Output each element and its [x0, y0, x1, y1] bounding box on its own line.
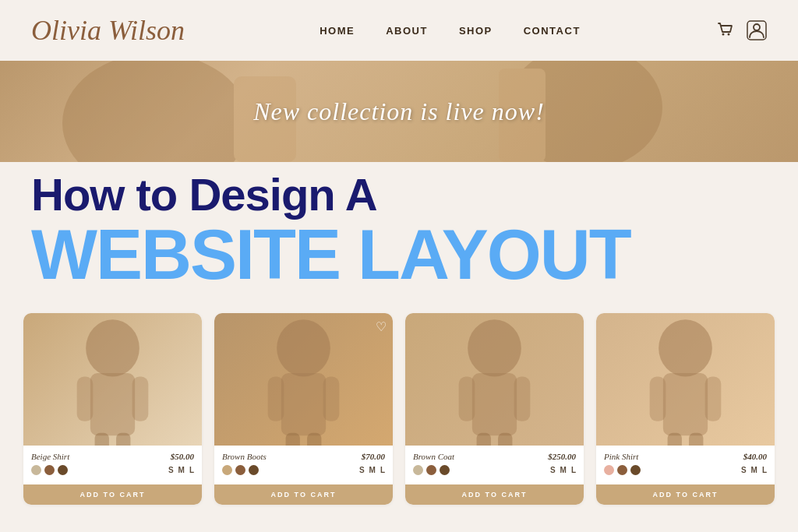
color-dot-2[interactable] [249, 465, 259, 475]
color-dot-1[interactable] [235, 465, 245, 475]
nav-home[interactable]: HOME [320, 25, 355, 37]
product-card: Brown Coat$250.00SMLADD TO CART [405, 313, 584, 505]
svg-rect-23 [514, 376, 531, 421]
product-image [23, 313, 202, 446]
color-dot-1[interactable] [426, 465, 436, 475]
product-name-price-row: Pink Shirt$40.00 [604, 452, 767, 461]
user-icon [747, 20, 767, 41]
svg-rect-18 [286, 432, 300, 445]
add-to-cart-button[interactable]: ADD TO CART [23, 484, 202, 505]
product-colors-sizes-row: SML [222, 465, 385, 475]
cart-button[interactable] [715, 20, 736, 41]
product-image: ♡ [214, 313, 393, 446]
account-button[interactable] [747, 20, 767, 41]
nav-about[interactable]: ABOUT [386, 25, 428, 37]
svg-rect-16 [268, 376, 284, 421]
size-option-s[interactable]: S [359, 466, 365, 474]
site-logo[interactable]: Olivia Wilson [31, 14, 185, 47]
svg-rect-21 [472, 373, 517, 435]
color-dot-0[interactable] [222, 465, 232, 475]
add-to-cart-button[interactable]: ADD TO CART [596, 484, 775, 505]
wishlist-button[interactable]: ♡ [376, 319, 387, 334]
svg-point-20 [468, 319, 521, 376]
svg-point-4 [62, 61, 249, 162]
product-price: $40.00 [743, 452, 767, 461]
color-dot-2[interactable] [58, 465, 68, 475]
product-image [596, 313, 775, 446]
size-option-s[interactable]: S [741, 466, 747, 474]
add-to-cart-button[interactable]: ADD TO CART [405, 484, 584, 505]
svg-point-0 [722, 33, 725, 36]
svg-rect-9 [90, 373, 135, 435]
promo-banner: New collection is live now! [0, 61, 798, 162]
color-dot-1[interactable] [617, 465, 627, 475]
add-to-cart-button[interactable]: ADD TO CART [214, 484, 393, 505]
color-dot-0[interactable] [604, 465, 614, 475]
size-option-s[interactable]: S [168, 466, 174, 474]
product-colors-sizes-row: SML [413, 465, 576, 475]
color-dot-0[interactable] [31, 465, 41, 475]
size-options: SML [359, 466, 385, 474]
svg-rect-30 [668, 432, 682, 445]
size-option-s[interactable]: S [550, 466, 556, 474]
product-colors-sizes-row: SML [31, 465, 194, 475]
svg-point-8 [86, 319, 139, 376]
product-price: $250.00 [548, 452, 576, 461]
size-option-m[interactable]: M [369, 466, 376, 474]
product-info: Pink Shirt$40.00SML [596, 446, 775, 484]
color-dot-0[interactable] [413, 465, 423, 475]
svg-point-26 [659, 319, 712, 376]
size-options: SML [741, 466, 767, 474]
products-grid: Beige Shirt$50.00SMLADD TO CART ♡Brown B… [0, 305, 798, 520]
product-info: Brown Boots$70.00SML [214, 446, 393, 484]
product-name: Pink Shirt [604, 452, 638, 461]
product-price: $50.00 [171, 452, 194, 461]
color-dot-1[interactable] [44, 465, 55, 475]
svg-rect-31 [689, 432, 703, 445]
size-option-m[interactable]: M [751, 466, 757, 474]
size-option-l[interactable]: L [571, 466, 576, 474]
cart-icon [715, 20, 736, 41]
header-icons [715, 20, 767, 41]
product-name: Beige Shirt [31, 452, 69, 461]
product-card: Beige Shirt$50.00SMLADD TO CART [23, 313, 202, 505]
color-options [413, 465, 450, 475]
svg-rect-24 [477, 432, 491, 445]
site-header: Olivia Wilson HOME ABOUT SHOP CONTACT [0, 0, 798, 61]
product-card: Pink Shirt$40.00SMLADD TO CART [596, 313, 775, 505]
person-illustration [405, 313, 584, 446]
product-card: ♡Brown Boots$70.00SMLADD TO CART [214, 313, 393, 505]
size-options: SML [550, 466, 576, 474]
nav-contact[interactable]: CONTACT [524, 25, 581, 37]
svg-point-1 [728, 33, 730, 36]
svg-rect-29 [705, 376, 722, 421]
product-info: Beige Shirt$50.00SML [23, 446, 202, 484]
size-option-m[interactable]: M [178, 466, 185, 474]
svg-rect-28 [650, 376, 666, 421]
svg-rect-27 [663, 373, 708, 435]
size-options: SML [168, 466, 194, 474]
nav-shop[interactable]: SHOP [459, 25, 493, 37]
svg-rect-25 [498, 432, 512, 445]
product-name-price-row: Brown Coat$250.00 [413, 452, 576, 461]
svg-rect-13 [116, 432, 130, 445]
product-name-price-row: Beige Shirt$50.00 [31, 452, 194, 461]
svg-rect-22 [459, 376, 475, 421]
product-name: Brown Boots [222, 452, 267, 461]
color-dot-2[interactable] [630, 465, 641, 475]
svg-rect-11 [132, 376, 149, 421]
size-option-l[interactable]: L [189, 466, 194, 474]
main-nav: HOME ABOUT SHOP CONTACT [320, 25, 581, 37]
product-name: Brown Coat [413, 452, 454, 461]
size-option-l[interactable]: L [380, 466, 385, 474]
svg-rect-15 [281, 373, 326, 435]
svg-point-14 [277, 319, 330, 376]
color-options [604, 465, 641, 475]
size-option-m[interactable]: M [560, 466, 567, 474]
color-options [31, 465, 68, 475]
person-illustration [23, 313, 202, 446]
color-dot-2[interactable] [440, 465, 450, 475]
color-options [222, 465, 259, 475]
size-option-l[interactable]: L [762, 466, 767, 474]
svg-rect-12 [95, 432, 109, 445]
